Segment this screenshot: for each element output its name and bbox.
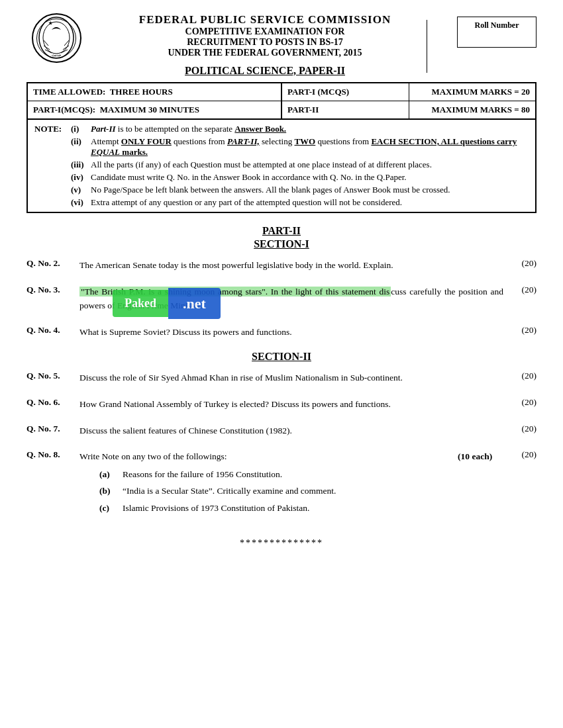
q8-sub-b: (b) “India is a Secular State”. Critical… (99, 484, 503, 498)
note-text-2: Attempt ONLY FOUR questions from PART-II… (91, 136, 529, 158)
q7-label: Q. No. 7. (26, 424, 79, 434)
roll-number-box: Roll Number (457, 17, 537, 48)
svg-point-1 (43, 22, 70, 54)
q2-text: The American Senate today is the most po… (79, 258, 503, 273)
q5-marks: (20) (503, 371, 537, 381)
q4-text: What is Supreme Soviet? Discuss its powe… (79, 325, 503, 340)
q8-marks-label: (10 each) (362, 451, 492, 461)
org-name: FEDERAL PUBLIC SERVICE COMMISSION (86, 13, 444, 26)
q6-marks: (20) (503, 397, 537, 408)
logo-area: خدمت (26, 13, 86, 63)
q8-sub-c: (c) Islamic Provisions of 1973 Constitut… (99, 501, 503, 516)
part1-value: MAXIMUM 30 MINUTES (100, 105, 199, 114)
note-text-4: Candidate must write Q. No. in the Answe… (91, 172, 529, 183)
header-center: FEDERAL PUBLIC SERVICE COMMISSION COMPET… (86, 13, 444, 77)
note-text-6: Extra attempt of any question or any par… (91, 197, 529, 208)
q2-marks: (20) (503, 258, 537, 269)
note-num-2: (ii) (71, 136, 91, 158)
logo-circle: خدمت (32, 13, 81, 63)
svg-point-0 (39, 17, 74, 58)
note-num-6: (vi) (71, 197, 91, 208)
notes-section: NOTE: (i) Part-II is to be attempted on … (26, 120, 537, 213)
q8-sub-a-text: Reasons for the failure of 1956 Constitu… (123, 467, 282, 482)
note-label: NOTE: (34, 124, 71, 134)
note-num-5: (v) (71, 185, 91, 195)
q5-label: Q. No. 5. (26, 371, 79, 381)
q4-marks: (20) (503, 325, 537, 336)
q8-main-text: Write Note on any two of the followings: (79, 451, 227, 461)
q8-sub-c-text: Islamic Provisions of 1973 Constitution … (123, 501, 309, 516)
subtitle3: UNDER THE FEDERAL GOVERNMENT, 2015 (86, 48, 444, 58)
roll-number-label: Roll Number (463, 21, 531, 30)
part-ii-label: PART-II (287, 105, 319, 114)
question-8: Q. No. 8. Write Note on any two of the f… (26, 449, 537, 518)
question-6: Q. No. 6. How Grand National Assembly of… (26, 397, 537, 412)
question-7: Q. No. 7. Discuss the salient features o… (26, 424, 537, 438)
q8-sub-b-text: “India is a Secular State”. Critically e… (123, 484, 336, 498)
q8-sub-c-label: (c) (99, 501, 123, 516)
q8-sub-a-label: (a) (99, 467, 123, 482)
q3-label: Q. No. 3. (26, 285, 79, 295)
question-5: Q. No. 5. Discuss the role of Sir Syed A… (26, 371, 537, 385)
note-num-4: (iv) (71, 172, 91, 183)
time-value: THREE HOURS (110, 87, 173, 97)
question-3: Q. No. 3. "The British P.M. is a shining… (26, 285, 537, 313)
note-num-1: (i) (71, 124, 91, 134)
part-mcqs-label: PART-I (MCQS) (287, 87, 349, 97)
note-text-3: All the parts (if any) of each Question … (91, 159, 529, 170)
exam-title: POLITICAL SCIENCE, PAPER-II (86, 65, 444, 77)
footer-stars: ************** (26, 538, 537, 549)
q8-text: Write Note on any two of the followings:… (79, 449, 503, 518)
q2-label: Q. No. 2. (26, 258, 79, 269)
part1-label: PART-I(MCQS): (33, 105, 95, 114)
q7-text: Discuss the salient features of Chinese … (79, 424, 503, 438)
note-text-1: Part-II is to be attempted on the separa… (91, 124, 529, 134)
q4-label: Q. No. 4. (26, 325, 79, 336)
subtitle1: COMPETITIVE EXAMINATION FOR (86, 26, 444, 37)
info-table: TIME ALLOWED: THREE HOURS PART-I (MCQS) … (26, 82, 537, 120)
q8-sub-a: (a) Reasons for the failure of 1956 Cons… (99, 467, 503, 482)
q7-marks: (20) (503, 424, 537, 434)
q6-label: Q. No. 6. (26, 397, 79, 408)
q8-marks: (20) (503, 449, 537, 460)
part-ii-title: PART-II (26, 225, 537, 237)
question-2: Q. No. 2. The American Senate today is t… (26, 258, 537, 273)
q6-text: How Grand National Assembly of Turkey is… (79, 397, 503, 412)
time-label: TIME ALLOWED: (33, 87, 105, 97)
subtitle2: RECRUITMENT TO POSTS IN BS-17 (86, 37, 444, 48)
question-4: Q. No. 4. What is Supreme Soviet? Discus… (26, 325, 537, 340)
q3-marks: (20) (503, 285, 537, 295)
q8-label: Q. No. 8. (26, 449, 79, 460)
logo-emblem: خدمت (36, 19, 76, 58)
note-num-3: (iii) (71, 159, 91, 170)
q8-sub-b-label: (b) (99, 484, 123, 498)
section-i-title: SECTION-I (26, 238, 537, 250)
section-ii-title: SECTION-II (26, 351, 537, 363)
q5-text: Discuss the role of Sir Syed Ahmad Khan … (79, 371, 503, 385)
max-marks-20: MAXIMUM MARKS = 20 (431, 87, 530, 97)
svg-text:خدمت: خدمت (52, 54, 61, 57)
note-text-5: No Page/Space be left blank between the … (91, 185, 529, 195)
max-marks-80: MAXIMUM MARKS = 80 (431, 105, 530, 114)
q3-text: "The British P.M. is a shining moon amon… (79, 285, 503, 313)
